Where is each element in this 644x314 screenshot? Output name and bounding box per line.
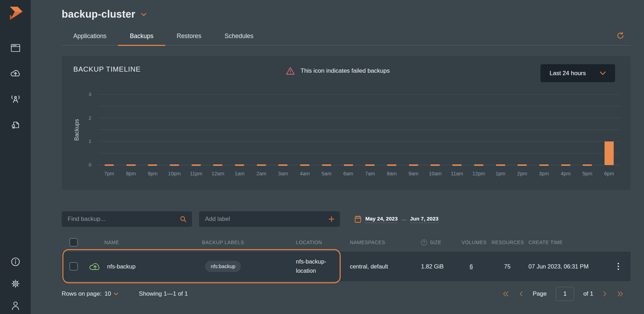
chart-column: 10am bbox=[425, 95, 446, 165]
backup-name[interactable]: nfs-backup bbox=[107, 263, 136, 270]
chart-column: 8am bbox=[381, 95, 403, 165]
search-input[interactable] bbox=[62, 216, 192, 223]
backups-table: NAME BACKUP LABELS LOCATION NAMESPACES ?… bbox=[62, 235, 631, 281]
x-tick-label: 12am bbox=[211, 171, 224, 176]
cell-volumes: 6 bbox=[454, 263, 488, 270]
bar bbox=[452, 164, 462, 166]
cloud-backup-icon[interactable] bbox=[9, 67, 22, 80]
select-all-checkbox[interactable] bbox=[69, 238, 78, 247]
time-range-dropdown[interactable]: Last 24 hours bbox=[540, 64, 615, 82]
col-header-backup-labels[interactable]: BACKUP LABELS bbox=[187, 240, 259, 245]
table-row[interactable]: nfs-backup nfs:backup nfs-backup-locatio… bbox=[62, 252, 631, 281]
date-to[interactable]: Jun 7, 2023 bbox=[410, 216, 439, 223]
chevron-down-icon bbox=[600, 71, 606, 75]
main-content: backup-cluster Applications Backups Rest… bbox=[31, 0, 644, 314]
tab-bar: Applications Backups Restores Schedules bbox=[62, 29, 631, 46]
x-tick-label: 11am bbox=[451, 171, 463, 176]
x-tick-label: 5am bbox=[322, 171, 332, 176]
chart-column: 8pm bbox=[120, 95, 142, 165]
bar bbox=[496, 164, 505, 166]
row-checkbox[interactable] bbox=[69, 262, 78, 271]
date-from[interactable]: May 24, 2023 bbox=[365, 216, 398, 223]
x-tick-label: 1pm bbox=[495, 171, 505, 176]
cell-backup-labels: nfs:backup bbox=[187, 261, 259, 272]
info-icon[interactable] bbox=[9, 255, 22, 268]
add-label-box bbox=[199, 211, 340, 227]
col-header-location[interactable]: LOCATION bbox=[259, 240, 340, 245]
document-badge-icon[interactable] bbox=[9, 118, 22, 131]
x-tick-label: 8am bbox=[387, 171, 397, 176]
plus-icon[interactable] bbox=[328, 216, 335, 222]
chart-column: 5pm bbox=[576, 95, 598, 165]
panel-title: BACKUP TIMELINE bbox=[73, 65, 141, 73]
x-tick-label: 6am bbox=[343, 171, 353, 176]
table-header-row: NAME BACKUP LABELS LOCATION NAMESPACES ?… bbox=[62, 235, 631, 250]
user-icon[interactable] bbox=[9, 299, 22, 312]
last-page-icon[interactable] bbox=[617, 291, 624, 297]
chart-column: 9pm bbox=[142, 95, 163, 165]
first-page-icon[interactable] bbox=[502, 291, 509, 297]
chart-column: 7am bbox=[359, 95, 381, 165]
chevron-down-icon bbox=[114, 292, 118, 295]
add-label-input[interactable] bbox=[199, 216, 340, 223]
settings-gear-icon[interactable] bbox=[9, 277, 22, 290]
sidebar bbox=[0, 0, 31, 314]
page-number-input[interactable] bbox=[556, 287, 574, 301]
tab-applications[interactable]: Applications bbox=[62, 29, 118, 45]
rows-per-page-dropdown[interactable]: Rows on page: 10 bbox=[62, 290, 118, 297]
chart-column: 2am bbox=[250, 95, 272, 165]
prev-page-icon[interactable] bbox=[519, 291, 524, 297]
bar bbox=[300, 164, 309, 166]
tab-backups[interactable]: Backups bbox=[118, 29, 165, 45]
x-tick-label: 8pm bbox=[126, 171, 136, 176]
cluster-name: backup-cluster bbox=[62, 8, 135, 20]
backup-timeline-panel: BACKUP TIMELINE This icon indicates fail… bbox=[62, 56, 631, 190]
page-of-label: of 1 bbox=[583, 290, 593, 297]
col-header-name[interactable]: NAME bbox=[81, 240, 187, 245]
tab-restores[interactable]: Restores bbox=[165, 29, 213, 45]
refresh-icon[interactable] bbox=[614, 30, 626, 42]
chart-column: 11pm bbox=[185, 95, 207, 165]
x-tick-label: 4am bbox=[300, 171, 310, 176]
page-header: backup-cluster Applications Backups Rest… bbox=[62, 8, 631, 46]
chart-column: 7pm bbox=[98, 95, 120, 165]
y-axis-label: Backups bbox=[72, 95, 81, 165]
chart-column: 10pm bbox=[163, 95, 185, 165]
col-header-size[interactable]: ? SIZE bbox=[414, 240, 454, 246]
x-tick-label: 5pm bbox=[582, 171, 592, 176]
sidebar-nav bbox=[9, 42, 22, 131]
next-page-icon[interactable] bbox=[602, 291, 607, 297]
cluster-selector[interactable]: backup-cluster bbox=[62, 8, 147, 20]
search-icon[interactable] bbox=[180, 216, 187, 223]
date-range-filter: May 24, 2023 — Jun 7, 2023 bbox=[354, 215, 439, 223]
chart-column: 12pm bbox=[468, 95, 490, 165]
x-tick-label: 9am bbox=[409, 171, 419, 176]
col-header-resources[interactable]: RESOURCES bbox=[488, 240, 527, 245]
tab-schedules[interactable]: Schedules bbox=[213, 29, 265, 45]
col-header-volumes[interactable]: VOLUMES bbox=[454, 240, 488, 245]
bar bbox=[344, 164, 353, 166]
bar bbox=[365, 164, 374, 166]
col-header-create-time[interactable]: CREATE TIME bbox=[527, 240, 606, 245]
chart-column: 1pm bbox=[490, 95, 512, 165]
volumes-link[interactable]: 6 bbox=[470, 263, 473, 270]
failed-backups-note: This icon indicates failed backups bbox=[286, 67, 390, 75]
row-actions-kebab-icon[interactable] bbox=[606, 263, 631, 270]
bar bbox=[474, 164, 483, 166]
time-range-value: Last 24 hours bbox=[550, 70, 586, 77]
page-label: Page bbox=[533, 290, 547, 297]
chart-column: 11am bbox=[446, 95, 468, 165]
bar bbox=[213, 164, 222, 166]
failed-note-text: This icon indicates failed backups bbox=[301, 67, 390, 74]
portworx-logo[interactable] bbox=[7, 5, 24, 22]
chart-column: 2pm bbox=[511, 95, 533, 165]
broadcast-tower-icon[interactable] bbox=[9, 92, 22, 105]
chart-column: 9am bbox=[403, 95, 425, 165]
col-header-namespaces[interactable]: NAMESPACES bbox=[340, 240, 414, 245]
label-badge[interactable]: nfs:backup bbox=[205, 261, 241, 272]
bar bbox=[605, 141, 614, 165]
date-separator: — bbox=[401, 216, 407, 222]
help-icon: ? bbox=[421, 240, 427, 246]
y-axis-ticks: 0123 bbox=[81, 95, 98, 165]
applications-window-icon[interactable] bbox=[9, 42, 22, 54]
